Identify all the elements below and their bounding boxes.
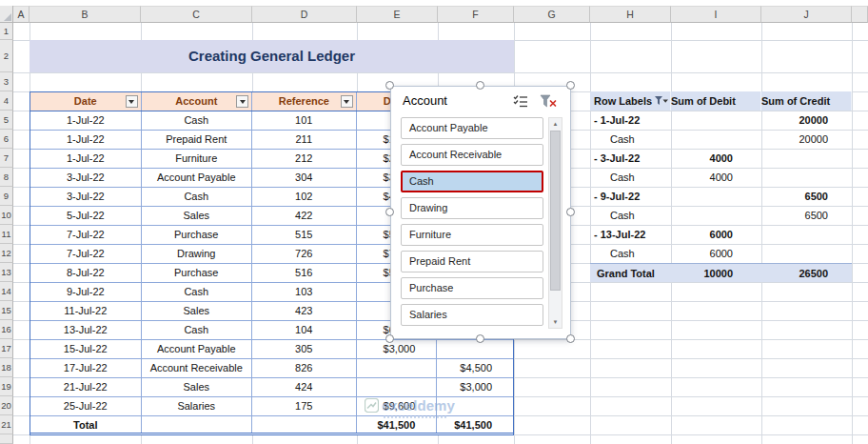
cell-date[interactable]: 3-Jul-22 xyxy=(30,169,142,187)
row-header-7[interactable]: 7 xyxy=(0,149,13,168)
cell-account[interactable]: Account Payable xyxy=(142,169,253,187)
pivot-debit-value[interactable]: 10000 xyxy=(671,264,761,282)
pivot-debit-value[interactable] xyxy=(671,187,761,206)
total-credit-cell[interactable]: $41,500 xyxy=(437,416,513,433)
cell-reference[interactable]: 826 xyxy=(252,359,357,377)
total-label-cell[interactable]: Total xyxy=(30,416,142,433)
cell-reference[interactable]: 422 xyxy=(252,207,357,225)
row-header-1[interactable]: 1 xyxy=(0,23,13,40)
cell-reference[interactable]: 423 xyxy=(252,302,357,320)
cell-debit[interactable] xyxy=(357,359,438,377)
pivot-credit-value[interactable]: 6500 xyxy=(761,187,852,206)
slicer-item[interactable]: Prepaid Rent xyxy=(401,251,543,272)
cell-account[interactable]: Account Receivable xyxy=(142,359,253,377)
cell-credit[interactable]: $3,000 xyxy=(437,378,513,396)
cell-account[interactable]: Sales xyxy=(142,378,253,396)
column-header-J[interactable]: J xyxy=(761,6,852,23)
pivot-row-label[interactable]: Cash xyxy=(590,244,671,263)
cell-date[interactable]: 1-Jul-22 xyxy=(30,111,142,130)
cell-date[interactable]: 25-Jul-22 xyxy=(30,397,142,415)
cell-credit[interactable] xyxy=(437,340,513,358)
date-filter-button[interactable] xyxy=(126,95,138,108)
cell-reference[interactable]: 175 xyxy=(252,397,357,415)
column-header-D[interactable]: D xyxy=(252,6,357,23)
cell-date[interactable]: 17-Jul-22 xyxy=(30,359,142,377)
slicer-item[interactable]: Account Receivable xyxy=(401,144,543,166)
column-header-I[interactable]: I xyxy=(671,6,761,23)
resize-handle-n[interactable] xyxy=(476,81,484,90)
account-slicer[interactable]: Account Account Payable Account Receivab… xyxy=(390,86,571,339)
pivot-credit-value[interactable] xyxy=(761,149,852,168)
resize-handle-sw[interactable] xyxy=(385,334,394,343)
select-all-button[interactable] xyxy=(0,6,13,23)
cell-account[interactable]: Sales xyxy=(142,302,253,320)
row-header-14[interactable]: 14 xyxy=(0,282,13,301)
cell-reference[interactable]: 305 xyxy=(252,340,357,358)
resize-handle-nw[interactable] xyxy=(385,81,394,90)
account-filter-button[interactable] xyxy=(236,95,248,108)
pivot-row-label[interactable]: -13-Jul-22 xyxy=(590,225,671,244)
resize-handle-e[interactable] xyxy=(566,208,575,216)
slicer-item[interactable]: Salaries xyxy=(401,304,543,326)
header-reference[interactable]: Reference xyxy=(252,92,357,111)
pivot-credit-value[interactable]: 6500 xyxy=(761,206,852,225)
pivot-debit-value[interactable]: 6000 xyxy=(671,244,761,263)
collapse-icon[interactable]: - xyxy=(594,114,598,126)
row-header-12[interactable]: 12 xyxy=(0,244,13,263)
cell-reference[interactable]: 212 xyxy=(252,150,357,168)
empty-cell[interactable] xyxy=(142,416,253,433)
row-header-2[interactable]: 2 xyxy=(0,40,13,72)
pivot-debit-value[interactable]: 6000 xyxy=(671,225,761,244)
cell-account[interactable]: Purchase xyxy=(142,226,253,244)
row-header-19[interactable]: 19 xyxy=(0,377,13,396)
cell-date[interactable]: 8-Jul-22 xyxy=(30,264,142,282)
cell-date[interactable]: 3-Jul-22 xyxy=(30,188,142,206)
row-header-18[interactable]: 18 xyxy=(0,358,13,377)
scroll-down-icon[interactable]: ▼ xyxy=(549,316,562,328)
cell-date[interactable]: 7-Jul-22 xyxy=(30,245,142,263)
cell-date[interactable]: 1-Jul-22 xyxy=(30,131,142,149)
pivot-credit-value[interactable]: 26500 xyxy=(761,264,852,282)
cell-reference[interactable]: 101 xyxy=(252,111,357,130)
cell-account[interactable]: Account Payable xyxy=(142,340,253,358)
cell-account[interactable]: Drawing xyxy=(142,245,253,263)
cell-account[interactable]: Purchase xyxy=(142,264,253,282)
slicer-item[interactable]: Drawing xyxy=(401,197,543,219)
pivot-credit-value[interactable]: 20000 xyxy=(761,130,852,149)
pivot-credit-value[interactable] xyxy=(761,244,852,263)
cell-reference[interactable]: 726 xyxy=(252,245,357,263)
row-header-16[interactable]: 16 xyxy=(0,320,13,339)
empty-cell[interactable] xyxy=(252,416,357,433)
cell-reference[interactable]: 102 xyxy=(252,188,357,206)
pivot-debit-value[interactable]: 4000 xyxy=(671,168,761,187)
row-header-17[interactable]: 17 xyxy=(0,339,13,358)
collapse-icon[interactable]: - xyxy=(594,152,598,164)
scroll-up-icon[interactable]: ▲ xyxy=(549,118,562,130)
cell-date[interactable]: 21-Jul-22 xyxy=(30,378,142,396)
cell-reference[interactable]: 516 xyxy=(252,264,357,282)
sheet-title-cell[interactable]: Creating General Ledger xyxy=(30,40,514,72)
cell-date[interactable]: 11-Jul-22 xyxy=(30,302,142,320)
header-date[interactable]: Date xyxy=(30,92,142,111)
pivot-header-sum-debit[interactable]: Sum of Debit xyxy=(671,91,761,111)
pivot-row-label[interactable]: Cash xyxy=(590,130,671,149)
row-header-9[interactable]: 9 xyxy=(0,187,13,206)
cell-credit[interactable] xyxy=(437,397,513,415)
slicer-item[interactable]: Purchase xyxy=(401,277,543,299)
cell-credit[interactable]: $4,500 xyxy=(437,359,513,377)
cell-debit[interactable]: $3,000 xyxy=(357,340,438,358)
cell-debit[interactable]: $9,600 xyxy=(357,397,438,415)
cell-reference[interactable]: 104 xyxy=(252,321,357,339)
pivot-debit-value[interactable] xyxy=(671,111,761,130)
row-header-21[interactable]: 21 xyxy=(0,415,13,434)
cell-date[interactable]: 9-Jul-22 xyxy=(30,283,142,301)
row-header-6[interactable]: 6 xyxy=(0,130,13,149)
resize-handle-se[interactable] xyxy=(566,334,575,343)
row-header-5[interactable]: 5 xyxy=(0,111,13,130)
cell-date[interactable]: 13-Jul-22 xyxy=(30,321,142,339)
pivot-row-label[interactable]: Grand Total xyxy=(590,264,671,282)
pivot-row-label[interactable]: -9-Jul-22 xyxy=(590,187,671,206)
pivot-credit-value[interactable]: 20000 xyxy=(761,111,852,130)
cell-account[interactable]: Cash xyxy=(142,283,253,301)
pivot-header-row-labels[interactable]: Row Labels xyxy=(590,91,671,111)
